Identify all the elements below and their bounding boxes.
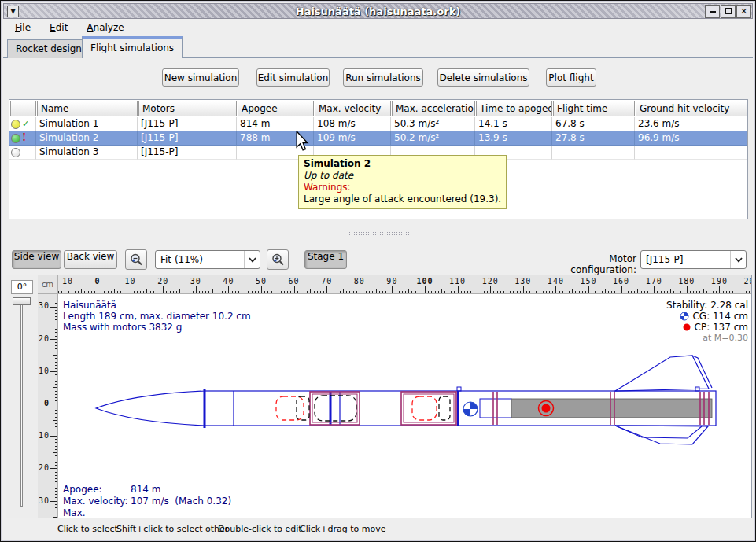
ruler-tick bbox=[127, 291, 127, 293]
status-mark: ! bbox=[22, 132, 26, 144]
apogee-value: 814 m bbox=[131, 484, 160, 495]
ruler-tick bbox=[222, 291, 223, 293]
ruler-tick bbox=[448, 291, 448, 293]
ruler-tick bbox=[490, 286, 491, 293]
zoom-level-select[interactable]: Fit (11%) bbox=[155, 250, 260, 269]
status-cell[interactable]: ✓ bbox=[9, 117, 36, 131]
cell-max_acceleration[interactable]: 50.2 m/s² bbox=[391, 131, 475, 146]
cell-time_to_apogee[interactable]: 14.1 s bbox=[475, 117, 552, 131]
ruler-tick bbox=[723, 291, 724, 293]
zoom-out-button[interactable] bbox=[125, 249, 147, 270]
back-view-button[interactable]: Back view bbox=[64, 250, 117, 269]
ruler-tick bbox=[53, 323, 57, 323]
ruler-label: 150 bbox=[580, 277, 596, 286]
ruler-tick bbox=[749, 291, 750, 293]
ruler-tick bbox=[166, 291, 167, 293]
ruler-tick bbox=[458, 286, 459, 293]
ruler-tick bbox=[684, 291, 684, 293]
tab-flight-simulations[interactable]: Flight simulations bbox=[82, 36, 183, 58]
ruler-tick bbox=[78, 291, 79, 293]
ruler-tick bbox=[53, 420, 57, 421]
ruler-tick bbox=[536, 291, 537, 293]
column-header[interactable]: Max. velocity bbox=[315, 101, 391, 116]
cell-max_acceleration[interactable]: 50.3 m/s² bbox=[391, 117, 475, 131]
column-header[interactable]: Time to apogee bbox=[476, 101, 552, 116]
rotation-slider-handle[interactable] bbox=[13, 297, 31, 305]
cell-time_to_apogee[interactable]: 13.9 s bbox=[475, 131, 552, 146]
ruler-label: 190 bbox=[711, 277, 728, 286]
cell-motors[interactable]: [J115-P] bbox=[138, 146, 237, 160]
cell-apogee[interactable]: 814 m bbox=[237, 117, 314, 131]
ruler-tick bbox=[228, 286, 229, 293]
ruler-tick bbox=[157, 291, 157, 293]
minimize-button[interactable] bbox=[705, 5, 720, 18]
ruler-tick bbox=[55, 329, 57, 330]
magnifier-plus-icon bbox=[271, 253, 285, 267]
ruler-tick bbox=[346, 291, 347, 293]
cell-flight_time[interactable]: 67.8 s bbox=[552, 117, 635, 131]
cell-ground_hit_velocity[interactable]: 23.6 m/s bbox=[635, 117, 747, 131]
ruler-tick bbox=[55, 407, 57, 407]
ruler-tick bbox=[146, 289, 147, 293]
table-row[interactable]: ✓Simulation 1[J115-P]814 m108 m/s50.3 m/… bbox=[9, 117, 747, 131]
ruler-tick bbox=[50, 468, 57, 469]
cell-name[interactable]: Simulation 3 bbox=[36, 146, 138, 160]
tab-rocket-design[interactable]: Rocket design bbox=[7, 39, 90, 58]
column-header[interactable]: Name bbox=[37, 101, 138, 116]
menu-edit[interactable]: Edit bbox=[46, 21, 71, 34]
ruler-tick bbox=[540, 289, 540, 293]
column-header[interactable]: Apogee bbox=[238, 101, 314, 116]
ruler-tick bbox=[55, 426, 57, 427]
cell-ground_hit_velocity[interactable] bbox=[635, 146, 747, 160]
ruler-tick bbox=[55, 430, 57, 430]
status-cell[interactable]: ! bbox=[9, 131, 36, 146]
ruler-tick bbox=[726, 291, 727, 293]
column-header[interactable] bbox=[10, 101, 36, 116]
cell-name[interactable]: Simulation 1 bbox=[36, 117, 138, 131]
menu-analyze[interactable]: Analyze bbox=[83, 21, 127, 34]
motor-configuration-select[interactable]: [J115-P] bbox=[640, 250, 747, 269]
column-header[interactable]: Motors bbox=[138, 101, 237, 116]
ruler-tick bbox=[290, 291, 291, 293]
zoom-in-button[interactable] bbox=[267, 249, 289, 270]
close-button[interactable]: ✕ bbox=[736, 5, 751, 18]
run-simulations-button[interactable]: Run simulations bbox=[343, 68, 423, 87]
ruler-tick bbox=[245, 289, 245, 293]
status-bar: Click to selectShift+click to select oth… bbox=[1, 522, 755, 537]
rocket-canvas[interactable]: Haisunäätä Length 189 cm, max. diameter … bbox=[58, 294, 751, 518]
rotation-slider-track[interactable] bbox=[20, 300, 23, 507]
ruler-tick bbox=[369, 291, 370, 293]
cell-max_velocity[interactable]: 108 m/s bbox=[314, 117, 391, 131]
cell-flight_time[interactable] bbox=[552, 146, 635, 160]
splitter-handle[interactable] bbox=[349, 230, 409, 237]
plot-flight-button[interactable]: Plot flight bbox=[546, 68, 596, 87]
ruler-tick bbox=[739, 291, 739, 293]
ruler-tick bbox=[55, 381, 57, 382]
column-header[interactable]: Ground hit velocity bbox=[636, 101, 747, 116]
new-simulation-button[interactable]: New simulation bbox=[162, 68, 239, 87]
cell-flight_time[interactable]: 27.8 s bbox=[552, 131, 635, 146]
stability-info: Stability: 2.28 cal CG: 114 cm CP: 137 c… bbox=[666, 300, 748, 344]
ruler-tick bbox=[281, 291, 282, 293]
column-header[interactable]: Flight time bbox=[553, 101, 635, 116]
cell-name[interactable]: Simulation 2 bbox=[36, 131, 138, 146]
delete-simulations-button[interactable]: Delete simulations bbox=[437, 68, 529, 87]
column-header[interactable]: Max. acceleration bbox=[392, 101, 475, 116]
table-row[interactable]: !Simulation 2[J115-P]788 m109 m/s50.2 m/… bbox=[9, 131, 747, 146]
cell-ground_hit_velocity[interactable]: 96.9 m/s bbox=[635, 131, 747, 146]
title-bar[interactable]: ▼ Haisunäätä (haisunaata.ork) ✕ bbox=[3, 3, 753, 19]
edit-simulation-button[interactable]: Edit simulation bbox=[256, 68, 330, 87]
table-body: ✓Simulation 1[J115-P]814 m108 m/s50.3 m/… bbox=[9, 117, 747, 160]
design-info: Haisunäätä Length 189 cm, max. diameter … bbox=[63, 300, 251, 333]
cell-motors[interactable]: [J115-P] bbox=[138, 131, 237, 146]
ruler-tick bbox=[372, 291, 373, 293]
status-cell[interactable] bbox=[9, 146, 36, 160]
maximize-button[interactable] bbox=[721, 5, 736, 18]
cell-max_velocity[interactable]: 109 m/s bbox=[314, 131, 391, 146]
ruler-tick bbox=[493, 291, 494, 293]
side-view-button[interactable]: Side view bbox=[12, 250, 61, 269]
menu-file[interactable]: File bbox=[12, 21, 34, 34]
cell-motors[interactable]: [J115-P] bbox=[138, 117, 237, 131]
stage-1-toggle[interactable]: Stage 1 bbox=[304, 250, 347, 269]
ruler-tick bbox=[55, 410, 57, 411]
